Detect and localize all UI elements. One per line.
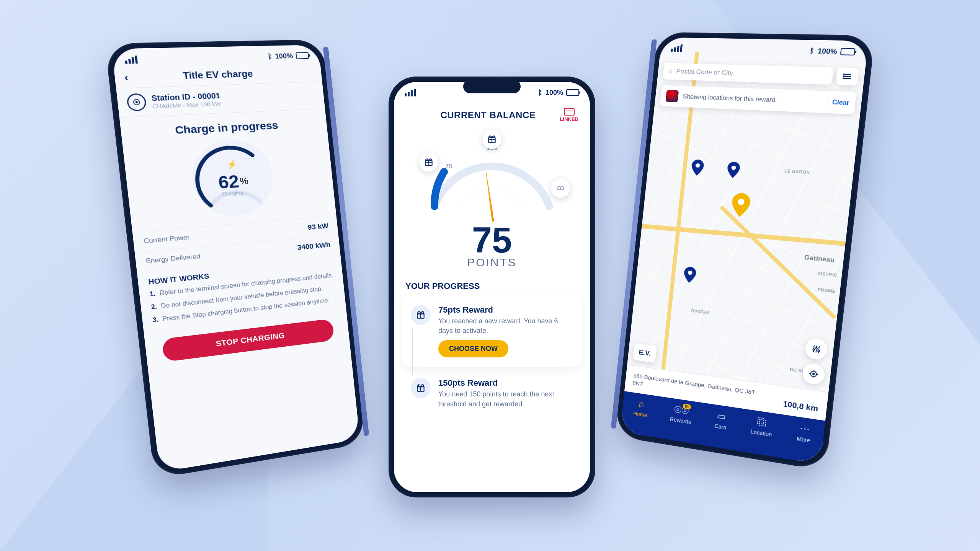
reward-title: 75pts Reward: [438, 305, 573, 315]
bluetooth-icon: ᛒ: [538, 89, 542, 97]
progress-title: YOUR PROGRESS: [394, 276, 590, 295]
tab-rewards[interactable]: 9+ ⦾⦾ Rewards: [670, 403, 693, 425]
map-text: PROME: [817, 287, 836, 294]
milestone-icon: [551, 179, 570, 198]
map-text: RIVIERA: [691, 308, 710, 315]
choose-now-button[interactable]: CHOOSE NOW: [438, 340, 508, 357]
toast-text: Showing locations for this reward.: [683, 93, 822, 106]
reward-desc: You reached a new reward. You have 6 day…: [438, 316, 573, 336]
home-icon: ⌂: [638, 399, 645, 410]
signal-icon: [124, 55, 138, 64]
svg-rect-1: [488, 138, 495, 143]
distance-text: 100,8 km: [782, 399, 818, 413]
tab-location[interactable]: ⿻ Location: [750, 416, 774, 438]
svg-rect-5: [417, 386, 424, 391]
tab-card[interactable]: ▭ Card: [714, 410, 728, 431]
gift-icon: [411, 378, 431, 398]
tab-home[interactable]: ⌂ Home: [633, 398, 649, 418]
svg-rect-0: [425, 161, 432, 166]
svg-point-3: [560, 187, 564, 190]
selected-pin[interactable]: [730, 192, 752, 218]
phone-ev-charge: ᛒ 100% ‹ Title EV charge ⦿ Station ID - …: [105, 39, 366, 479]
phone-balance: ᛒ 100% CURRENT BALANCE LINKED 75: [389, 77, 595, 497]
ev-filter-button[interactable]: E.V.: [633, 343, 657, 363]
location-pin[interactable]: [690, 159, 705, 176]
bolt-icon: ⚡: [225, 159, 237, 170]
svg-point-8: [843, 78, 844, 79]
points-value: 75: [394, 222, 590, 258]
svg-point-17: [813, 373, 815, 375]
linked-badge[interactable]: LINKED: [560, 108, 578, 122]
location-pin[interactable]: [726, 161, 741, 179]
location-pin[interactable]: [683, 266, 697, 284]
svg-point-16: [810, 371, 817, 377]
battery-text: 100%: [546, 89, 563, 97]
battery-text: 100%: [817, 47, 838, 56]
map-icon: ⿻: [757, 416, 768, 429]
map-text: DISTRIC: [817, 271, 838, 277]
card-icon: ▭: [717, 410, 727, 422]
search-input[interactable]: ⌕ Postal Code or City: [663, 63, 834, 85]
svg-point-13: [813, 349, 815, 350]
search-placeholder: Postal Code or City: [676, 68, 733, 77]
plug-icon: ⦿: [126, 93, 147, 112]
more-icon: ⋯: [799, 422, 810, 435]
reward-card-150: 150pts Reward You need 150 points to rea…: [402, 374, 581, 423]
signal-icon: [405, 89, 416, 96]
battery-icon: [296, 52, 309, 59]
search-icon: ⌕: [668, 67, 673, 75]
battery-icon: [566, 89, 579, 96]
milestone-icon: [419, 153, 438, 172]
svg-point-15: [818, 350, 820, 352]
battery-text: 100%: [275, 52, 294, 60]
map-text: DU RUISS: [790, 367, 814, 375]
signal-icon: [671, 44, 683, 52]
points-dial: 75 150 300: [415, 134, 568, 222]
locate-me-button[interactable]: [802, 362, 826, 385]
filters-button[interactable]: [804, 337, 828, 360]
charge-percent: 62: [217, 171, 240, 192]
svg-point-6: [843, 74, 844, 75]
reward-card-75[interactable]: 75pts Reward You reached a new reward. Y…: [402, 295, 581, 367]
bluetooth-icon: ᛒ: [267, 52, 272, 60]
map-text: Gatineau: [804, 254, 835, 264]
dial-mark-300: 300: [553, 187, 564, 195]
pepsi-icon: [665, 90, 679, 103]
charge-gauge: ⚡ 62% Charging...: [188, 137, 277, 219]
charging-label: Charging...: [222, 189, 248, 197]
svg-rect-4: [417, 313, 424, 318]
dial-mark-75: 75: [445, 163, 452, 170]
milestone-icon: [482, 130, 501, 149]
reward-desc: You need 150 points to reach the next th…: [438, 390, 573, 409]
map-text: LE BARON: [784, 169, 810, 175]
dial-needle: [485, 172, 494, 222]
dial-mark-150: 150: [487, 144, 497, 152]
gift-icon: [411, 305, 431, 325]
phone-map: ᛒ 100% LE BARON Gatineau RIVIERA DU RUIS…: [614, 32, 875, 471]
svg-point-2: [557, 187, 560, 190]
svg-point-14: [815, 347, 817, 349]
bluetooth-icon: ᛒ: [809, 47, 815, 55]
points-label: POINTS: [394, 256, 590, 269]
balance-title: CURRENT BALANCE: [416, 110, 560, 121]
map-view[interactable]: LE BARON Gatineau RIVIERA DU RUISS DISTR…: [620, 58, 866, 464]
svg-point-7: [843, 76, 844, 77]
list-view-button[interactable]: [836, 67, 859, 85]
battery-icon: [840, 48, 856, 55]
timeline-connector: [412, 329, 413, 375]
tab-more[interactable]: ⋯ More: [797, 422, 812, 444]
clear-filter-button[interactable]: Clear: [826, 98, 850, 106]
reward-title: 150pts Reward: [438, 378, 573, 388]
card-icon: [564, 108, 575, 116]
